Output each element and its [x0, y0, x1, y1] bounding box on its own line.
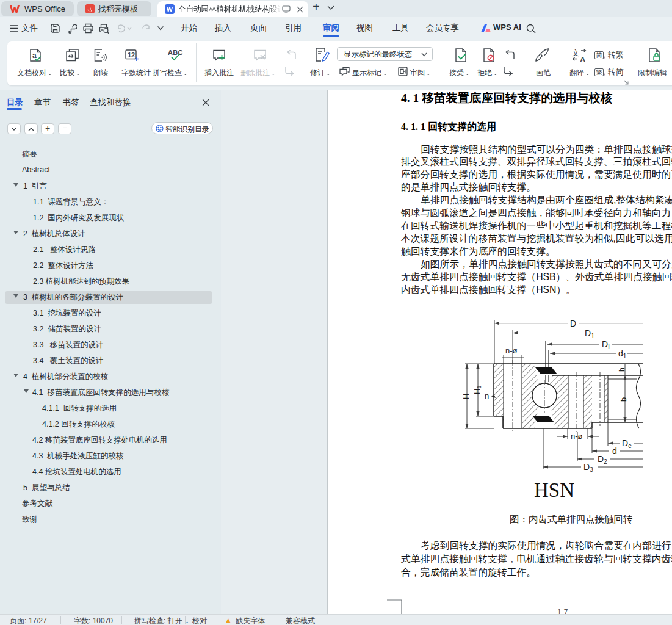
- svg-text:De: De: [622, 438, 632, 449]
- svg-text:H1: H1: [472, 386, 482, 394]
- svg-text:n: n: [485, 391, 489, 400]
- svg-text:D: D: [570, 319, 576, 328]
- svg-text:n-ø: n-ø: [571, 432, 583, 441]
- svg-text:H: H: [461, 394, 471, 399]
- svg-text:h: h: [618, 367, 626, 372]
- svg-text:b: b: [619, 397, 628, 402]
- svg-text:d: d: [612, 446, 617, 456]
- svg-text:n-ø: n-ø: [505, 346, 518, 355]
- svg-text:A: A: [580, 56, 585, 62]
- svg-text:a: a: [32, 51, 37, 60]
- svg-text:D2: D2: [598, 454, 607, 465]
- svg-text:D1: D1: [585, 328, 594, 339]
- svg-text:12: 12: [128, 51, 135, 59]
- svg-text:文: 文: [572, 49, 580, 57]
- svg-text:ABC: ABC: [168, 49, 183, 56]
- svg-text:D3: D3: [583, 462, 593, 473]
- svg-text:HSN: HSN: [534, 479, 574, 501]
- svg-text:d1: d1: [618, 349, 627, 359]
- svg-text:DL: DL: [602, 339, 612, 350]
